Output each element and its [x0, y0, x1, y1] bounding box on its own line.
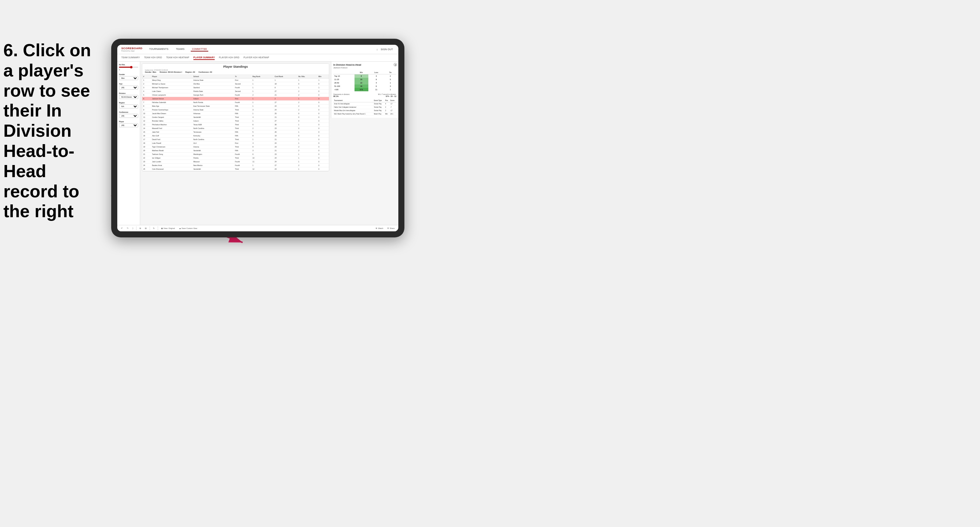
cell-rds: 1	[297, 123, 317, 127]
table-row[interactable]: 1 Wenyi Ding Arizona State First 1 1 1 1	[142, 78, 329, 82]
table-row[interactable]: 14 Maxwell Ford North Carolina Third 2 2…	[142, 127, 329, 130]
table-row[interactable]: 17 David Ford North Carolina Third 1 21 …	[142, 138, 329, 141]
list-item[interactable]: Mirabel Maui Jim Intercollegiate Stroke …	[333, 109, 396, 113]
scoreboard-logo: SCOREBOARD Powered by clippi	[121, 47, 143, 52]
cell-school: Washington	[192, 152, 234, 156]
table-row[interactable]: 2 Michael La Sasse Ole Miss Second 1 18 …	[142, 82, 329, 86]
col-tournament: Tournament	[333, 99, 373, 102]
sub-nav-team-h2h-heatmap[interactable]: TEAM H2H HEATMAP	[166, 56, 189, 60]
table-row[interactable]: 13 Phichakun Maichon Texas A&M Third 6 3…	[142, 123, 329, 127]
table-row[interactable]: Top 10 8 3 2	[333, 75, 396, 78]
cell-win: 0	[317, 156, 329, 160]
nav-tournaments[interactable]: TOURNAMENTS	[148, 47, 170, 52]
cell-num: 7	[142, 101, 151, 105]
cell-player: Mats Ege	[151, 105, 192, 108]
list-item[interactable]: Amer Ari Intercollegiate Stroke Play 4 -…	[333, 102, 396, 106]
sub-nav-player-h2h-heatmap[interactable]: PLAYER H2H HEATMAP	[243, 56, 269, 60]
cell-num: 11	[142, 116, 151, 119]
sub-nav-team-h2h-grid[interactable]: TEAM H2H GRID	[144, 56, 162, 60]
table-row[interactable]: 25 Cole Sherwood Vanderbilt Third 12 23 …	[142, 167, 329, 171]
cell-win: 0	[317, 108, 329, 112]
cell-reg: 1	[251, 97, 274, 101]
h2h-header-row: Win Loss Tie	[333, 71, 396, 75]
share-label: Share	[390, 227, 395, 229]
sub-nav-player-summary[interactable]: PLAYER SUMMARY	[193, 56, 215, 60]
refresh-button[interactable]: ↻	[152, 227, 156, 230]
table-row[interactable]: 26-50 22 4 1	[333, 81, 396, 84]
paste-button[interactable]: ⊞	[144, 227, 148, 230]
cell-pos: 4	[385, 102, 390, 106]
table-row[interactable]: 51-100 46 6 3	[333, 84, 396, 88]
region-select[interactable]: N/A	[119, 105, 138, 108]
sub-nav-team-summary[interactable]: TEAM SUMMARY	[121, 56, 140, 60]
table-row[interactable]: 21 Taehoon Song Washington Fourth 6 23 1…	[142, 152, 329, 156]
list-item[interactable]: Fallen Oak Collegiate Invitational Strok…	[333, 106, 396, 109]
cell-player: Matthew Riedel	[151, 149, 192, 152]
forward-button[interactable]: ⟩	[131, 227, 134, 230]
cell-reg: 1	[251, 90, 274, 93]
table-row[interactable]: 22 Ian Gilligan Florida Third 10 24 1 0	[142, 156, 329, 160]
cell-player: Nicholas Gabrelcik	[151, 101, 192, 105]
cell-num: 12	[142, 119, 151, 123]
slider-track	[119, 67, 138, 68]
table-row[interactable]: 3 Michael Thorbjornsen Stanford Fourth 1…	[142, 86, 329, 90]
cell-rds: 1	[297, 97, 317, 101]
col-pos: Pos	[385, 99, 390, 102]
conference-label: Conference	[119, 111, 138, 113]
table-row[interactable]: 7 Nicholas Gabrelcik North Florida Fourt…	[142, 101, 329, 105]
nav-teams[interactable]: TEAMS	[175, 47, 186, 52]
player-select[interactable]: (All)	[119, 123, 138, 127]
watch-icon: 👁	[375, 227, 377, 229]
undo-button[interactable]: ↶	[120, 227, 124, 230]
table-row[interactable]: 11 Gordon Sargent Vanderbilt Third 4 21 …	[142, 116, 329, 119]
table-row[interactable]: 9 Preston Summerhays Arizona State Third…	[142, 108, 329, 112]
table-row[interactable]: 19 Tiger Christensen Arizona Third 8 23 …	[142, 145, 329, 149]
table-row[interactable]: 24 Bastien Amat New Mexico Fourth 1 27 2…	[142, 163, 329, 167]
conference-select[interactable]: (All)	[119, 114, 138, 118]
table-row[interactable]: 23 Jack Lundin Missouri Fourth 11 24 1 0	[142, 160, 329, 163]
conference-display: All	[210, 71, 212, 73]
table-row[interactable]: >100 578 11 1	[333, 88, 396, 91]
sub-nav-player-h2h-grid[interactable]: PLAYER H2H GRID	[219, 56, 239, 60]
copy-button[interactable]: ⧉	[138, 227, 142, 230]
list-item[interactable]: SEC Match Play hosted by Jerry Pate Roun…	[333, 113, 396, 116]
sign-out-button[interactable]: Sign out	[379, 48, 394, 51]
share-button[interactable]: ⬆ Share	[386, 227, 396, 230]
save-custom-button[interactable]: ☁ Save Custom View	[178, 227, 198, 230]
watch-button[interactable]: 👁 Watch	[374, 227, 384, 230]
cell-conf: 23	[274, 152, 297, 156]
gender-select[interactable]: Men	[119, 76, 138, 80]
cell-player: Brendan Valles	[151, 119, 192, 123]
cell-conf: 2	[274, 97, 297, 101]
h2h-close-button[interactable]: ✕	[394, 63, 397, 66]
cell-school: Ole Miss	[192, 82, 234, 86]
cell-reg: 2	[251, 127, 274, 130]
table-row[interactable]: 16 Alex Goff Kentucky Fifth 8 19 0 0	[142, 134, 329, 138]
cell-yr: Fourth	[234, 160, 251, 163]
cell-rds: 2	[297, 90, 317, 93]
tournaments-header-row: Tournament Event Type Pos Score	[333, 99, 396, 102]
cell-conf: 27	[274, 119, 297, 123]
cell-reg: 5	[251, 130, 274, 134]
redo-button[interactable]: ↷	[126, 227, 129, 230]
cell-rds: 2	[297, 105, 317, 108]
cell-win: 0	[317, 160, 329, 163]
table-row[interactable]: 11-25 20 9 5	[333, 78, 396, 81]
table-row[interactable]: 10 Jacob Mez-Dineen Arkansas Fifth 1 25 …	[142, 112, 329, 116]
table-row[interactable]: 15 Jake Hall Tennessee Fifth 5 26 1 0	[142, 130, 329, 134]
slider-thumb[interactable]	[130, 66, 132, 68]
year-select[interactable]: (All)	[119, 86, 138, 90]
table-row[interactable]: 20 Matthew Riedel Vanderbilt Fifth 3 21 …	[142, 149, 329, 152]
table-row[interactable]: 6 Jackson Koivun Auburn First 1 2 1 0	[142, 97, 329, 101]
tie-cell: 1	[384, 81, 396, 84]
division-select[interactable]: NCAA Division I	[119, 95, 138, 99]
view-original-button[interactable]: ◉ View: Original	[160, 227, 176, 230]
table-row[interactable]: 4 Luke Claton Florida State Second 1 27 …	[142, 90, 329, 93]
nav-committee[interactable]: COMMITTEE	[191, 47, 208, 52]
col-no-rds: No. Rds.	[297, 75, 317, 78]
table-row[interactable]: 5 Christo Lamprecht Georgia Tech Fourth …	[142, 93, 329, 97]
slider-container[interactable]	[119, 67, 138, 68]
table-row[interactable]: 8 Mats Ege East Tennessee State Fifth 1 …	[142, 105, 329, 108]
table-row[interactable]: 18 Luke Powell ULA First 4 24 1 0	[142, 141, 329, 145]
table-row[interactable]: 12 Brendan Valles Auburn Third 1 27 0 0	[142, 119, 329, 123]
